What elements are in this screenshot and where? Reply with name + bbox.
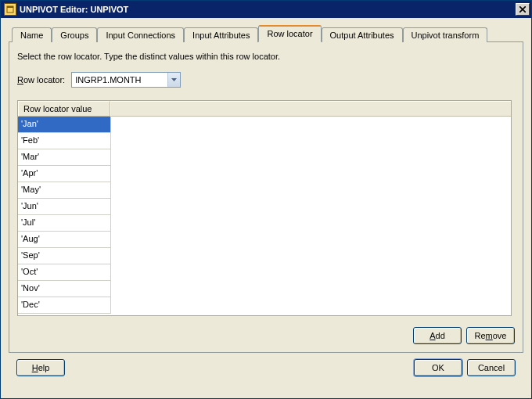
svg-rect-1 xyxy=(7,6,13,8)
column-header-value[interactable]: Row locator value xyxy=(18,101,110,117)
row-locator-value-cell[interactable]: 'Jul' xyxy=(18,215,111,232)
table-row[interactable]: 'Jan' xyxy=(18,117,511,133)
window-title: UNPIVOT Editor: UNPIVOT xyxy=(20,5,516,14)
tab-panel: Select the row locator. Type the distinc… xyxy=(9,41,523,353)
title-bar: UNPIVOT Editor: UNPIVOT xyxy=(1,1,531,18)
table-row[interactable]: 'Feb' xyxy=(18,133,511,149)
grid-header: Row locator value xyxy=(18,101,511,117)
tab-unpivot-transform[interactable]: Unpivot transform xyxy=(403,27,488,42)
close-icon xyxy=(519,6,526,13)
help-button[interactable]: Help xyxy=(16,359,65,376)
row-locator-value: INGRP1.MONTH xyxy=(72,75,167,84)
close-button[interactable] xyxy=(516,3,530,16)
tab-strip: Name Groups Input Connections Input Attr… xyxy=(9,24,523,41)
table-row[interactable]: 'Oct' xyxy=(18,264,511,281)
row-locator-combo[interactable]: INGRP1.MONTH xyxy=(71,72,181,88)
app-icon xyxy=(4,3,16,16)
row-locator-grid: Row locator value 'Jan''Feb''Mar''Apr''M… xyxy=(17,100,512,316)
tab-groups[interactable]: Groups xyxy=(52,27,97,42)
instruction-text: Select the row locator. Type the distinc… xyxy=(17,52,515,61)
table-row[interactable]: 'Aug' xyxy=(18,232,511,248)
row-locator-value-cell[interactable]: 'Aug' xyxy=(18,232,111,248)
add-button[interactable]: Add xyxy=(413,327,462,344)
row-locator-label: Row locator: xyxy=(17,75,65,84)
table-row[interactable]: 'Sep' xyxy=(18,248,511,264)
grid-body: 'Jan''Feb''Mar''Apr''May''Jun''Jul''Aug'… xyxy=(18,117,511,314)
row-locator-value-cell[interactable]: 'Apr' xyxy=(18,166,111,182)
table-row[interactable]: 'Nov' xyxy=(18,281,511,297)
table-row[interactable]: 'May' xyxy=(18,182,511,199)
tab-name[interactable]: Name xyxy=(12,27,52,42)
row-locator-value-cell[interactable]: 'Feb' xyxy=(18,133,111,149)
tab-row-locator[interactable]: Row locator xyxy=(258,25,321,42)
row-locator-value-cell[interactable]: 'May' xyxy=(18,182,111,199)
ok-button[interactable]: OK xyxy=(414,359,462,376)
table-row[interactable]: 'Mar' xyxy=(18,149,511,166)
row-locator-value-cell[interactable]: 'Sep' xyxy=(18,248,111,264)
table-row[interactable]: 'Apr' xyxy=(18,166,511,182)
tab-output-attributes[interactable]: Output Attributes xyxy=(322,27,403,42)
row-locator-value-cell[interactable]: 'Dec' xyxy=(18,297,111,314)
row-locator-value-cell[interactable]: 'Nov' xyxy=(18,281,111,297)
row-locator-value-cell[interactable]: 'Mar' xyxy=(18,149,111,166)
remove-button[interactable]: Remove xyxy=(466,327,515,344)
table-row[interactable]: 'Jun' xyxy=(18,199,511,215)
row-locator-value-cell[interactable]: 'Jun' xyxy=(18,199,111,215)
chevron-down-icon[interactable] xyxy=(167,73,180,87)
row-locator-value-cell[interactable]: 'Oct' xyxy=(18,264,111,281)
tab-input-attributes[interactable]: Input Attributes xyxy=(184,27,258,42)
tab-input-connections[interactable]: Input Connections xyxy=(97,27,184,42)
row-locator-value-cell[interactable]: 'Jan' xyxy=(18,117,111,133)
table-row[interactable]: 'Dec' xyxy=(18,297,511,314)
column-header-filler xyxy=(110,101,511,117)
cancel-button[interactable]: Cancel xyxy=(467,359,516,376)
table-row[interactable]: 'Jul' xyxy=(18,215,511,232)
